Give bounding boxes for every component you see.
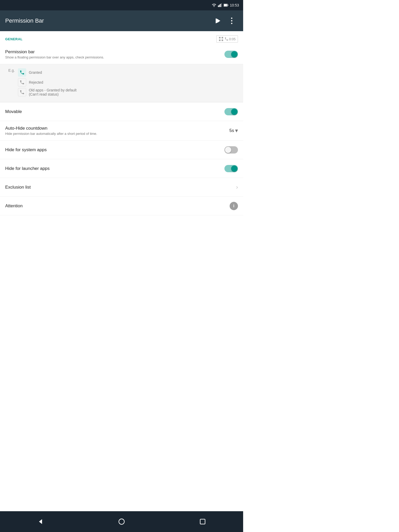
hide-system-toggle-knob <box>225 147 231 153</box>
battery-icon <box>224 4 228 7</box>
app-bar-actions <box>212 15 238 27</box>
example-box: E.g. Granted Rejecte <box>0 64 243 102</box>
permission-bar-toggle-knob <box>231 51 237 57</box>
attention-title: Attention <box>5 203 230 209</box>
signal-icon <box>218 3 222 7</box>
hide-launcher-toggle-knob <box>231 165 237 172</box>
hide-system-apps-content: Hide for system apps <box>5 147 224 152</box>
rejected-icon-box <box>18 78 26 87</box>
grid-icon <box>219 37 223 41</box>
attention-info-wrap[interactable]: i <box>230 202 238 210</box>
app-bar-title: Permission Bar <box>5 17 212 24</box>
hide-system-apps-title: Hide for system apps <box>5 147 224 152</box>
hide-launcher-toggle-wrap[interactable] <box>224 165 238 172</box>
exclusion-list-arrow: › <box>236 184 238 191</box>
autohide-dropdown[interactable]: 5s ▾ <box>229 127 238 134</box>
play-store-button[interactable] <box>212 15 224 27</box>
autohide-setting: Auto-Hide countdown Hide permission bar … <box>0 121 243 141</box>
svg-marker-16 <box>39 519 42 524</box>
svg-point-11 <box>231 23 232 24</box>
back-button[interactable] <box>33 514 48 529</box>
exclusion-list-setting[interactable]: Exclusion list › <box>0 178 243 197</box>
autohide-dropdown-wrap[interactable]: 5s ▾ <box>229 127 238 134</box>
example-item-oldapp: Old apps - Granted by default(Can't read… <box>18 88 77 96</box>
preview-time: 0:05 <box>229 37 236 41</box>
exclusion-list-content: Exclusion list <box>5 185 236 190</box>
example-label: E.g. <box>8 68 15 72</box>
permission-bar-setting: Permission bar Show a floating permissio… <box>0 45 243 64</box>
wifi-icon <box>212 3 216 7</box>
svg-rect-1 <box>218 5 219 7</box>
recents-icon <box>199 518 206 525</box>
info-icon[interactable]: i <box>230 202 238 210</box>
dropdown-arrow-icon: ▾ <box>235 127 238 134</box>
home-icon <box>118 518 125 525</box>
app-bar: Permission Bar <box>0 10 243 31</box>
hide-launcher-apps-title: Hide for launcher apps <box>5 166 224 171</box>
svg-rect-4 <box>221 3 222 7</box>
status-time: 10:53 <box>230 3 239 7</box>
permission-bar-title: Permission bar <box>5 49 224 55</box>
hide-system-apps-setting: Hide for system apps <box>0 141 243 159</box>
back-icon <box>37 518 44 525</box>
general-section-header: GENERAL 0:05 <box>0 31 243 45</box>
attention-setting: Attention i <box>0 197 243 215</box>
general-section-title: GENERAL <box>5 37 23 41</box>
section-preview[interactable]: 0:05 <box>216 35 238 43</box>
movable-toggle-wrap[interactable] <box>224 108 238 115</box>
phone-oldapp-icon <box>19 90 25 95</box>
movable-title: Movable <box>5 109 224 114</box>
exclusion-list-title: Exclusion list <box>5 185 236 190</box>
play-store-icon <box>215 17 222 24</box>
attention-content: Attention <box>5 203 230 209</box>
svg-point-17 <box>119 519 124 524</box>
autohide-content: Auto-Hide countdown Hide permission bar … <box>5 126 229 136</box>
movable-toggle[interactable] <box>224 108 238 115</box>
svg-rect-15 <box>222 39 223 41</box>
example-item-rejected: Rejected <box>18 78 77 87</box>
status-icons: 10:53 <box>212 3 239 7</box>
oldapp-text: Old apps - Granted by default(Can't read… <box>29 88 77 96</box>
svg-rect-7 <box>224 4 227 6</box>
hide-launcher-apps-content: Hide for launcher apps <box>5 166 224 171</box>
movable-toggle-knob <box>231 109 237 115</box>
content: GENERAL 0:05 Permission bar Show a f <box>0 31 243 511</box>
movable-setting: Movable <box>0 102 243 121</box>
hide-launcher-apps-setting: Hide for launcher apps <box>0 159 243 178</box>
granted-text: Granted <box>29 70 42 75</box>
more-options-button[interactable] <box>225 15 238 27</box>
hide-launcher-toggle[interactable] <box>224 165 238 172</box>
svg-point-9 <box>231 18 232 19</box>
autohide-subtitle: Hide permission bar automatically after … <box>5 132 229 136</box>
phone-gray-icon <box>19 80 25 85</box>
oldapp-icon-box <box>18 88 26 96</box>
svg-rect-14 <box>219 39 221 41</box>
permission-bar-toggle[interactable] <box>224 51 238 58</box>
granted-icon-box <box>18 68 26 77</box>
preview-phone-icon <box>224 37 229 41</box>
home-button[interactable] <box>114 514 129 529</box>
movable-content: Movable <box>5 109 224 114</box>
autohide-title: Auto-Hide countdown <box>5 126 229 131</box>
more-vertical-icon <box>231 17 232 24</box>
recents-button[interactable] <box>195 514 210 529</box>
preview-phone: 0:05 <box>224 37 236 41</box>
permission-bar-toggle-wrap[interactable] <box>224 51 238 58</box>
svg-rect-12 <box>219 37 221 38</box>
svg-point-0 <box>214 6 214 7</box>
hide-system-toggle-wrap[interactable] <box>224 146 238 154</box>
svg-rect-6 <box>228 5 228 6</box>
status-bar: 10:53 <box>0 0 243 10</box>
hide-system-toggle[interactable] <box>224 146 238 154</box>
svg-rect-13 <box>222 37 223 38</box>
svg-rect-2 <box>219 5 220 7</box>
autohide-value: 5s <box>229 128 234 133</box>
bottom-nav <box>0 511 243 532</box>
phone-teal-icon <box>19 70 25 75</box>
example-items: Granted Rejected O <box>18 68 77 98</box>
example-item-granted: Granted <box>18 68 77 77</box>
svg-point-10 <box>231 20 232 22</box>
svg-rect-3 <box>220 4 221 7</box>
chevron-right-icon: › <box>236 184 238 191</box>
svg-rect-18 <box>200 519 205 524</box>
